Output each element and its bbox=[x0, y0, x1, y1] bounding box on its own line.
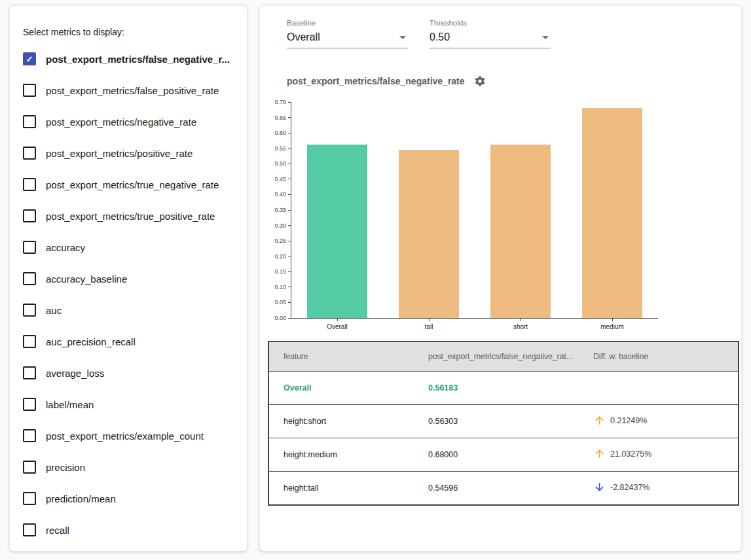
settings-gear-icon[interactable] bbox=[474, 75, 486, 87]
checkbox-icon[interactable] bbox=[23, 429, 36, 442]
y-tick-mark bbox=[288, 133, 291, 133]
metric-label: post_export_metrics/false_negative_r... bbox=[46, 54, 230, 65]
metric-label: accuracy_baseline bbox=[46, 273, 127, 285]
checkbox-icon[interactable] bbox=[23, 147, 36, 160]
feature-cell: height:short bbox=[268, 405, 414, 438]
chart-header: post_export_metrics/false_negative_rate bbox=[287, 75, 741, 88]
metric-checkbox-item[interactable]: auc bbox=[10, 294, 247, 326]
y-tick-mark bbox=[288, 117, 291, 118]
diff-content: -2.82437% bbox=[593, 481, 650, 493]
y-tick-mark bbox=[288, 210, 291, 211]
y-axis: 0.000.050.100.150.200.250.300.350.400.45… bbox=[268, 102, 291, 318]
metric-checkbox-item[interactable]: label/mean bbox=[10, 389, 247, 420]
up-arrow-icon bbox=[593, 447, 606, 460]
up-arrow-icon bbox=[593, 414, 606, 427]
bar-medium[interactable] bbox=[582, 108, 642, 318]
y-tick-label: 0.65 bbox=[274, 114, 286, 120]
checkbox-icon[interactable] bbox=[23, 335, 36, 348]
metric-checkbox-item[interactable]: accuracy_baseline bbox=[10, 263, 247, 294]
metric-label: recall bbox=[46, 525, 69, 536]
metric-checkbox-item[interactable]: post_export_metrics/example_count bbox=[10, 420, 247, 451]
feature-cell: height:medium bbox=[268, 438, 414, 472]
checkbox-icon[interactable] bbox=[23, 304, 36, 317]
bar-tall[interactable] bbox=[399, 150, 459, 318]
table-row: Overall0.56183 bbox=[268, 372, 739, 405]
metric-label: post_export_metrics/true_negative_rate bbox=[46, 179, 219, 190]
y-tick-mark bbox=[288, 164, 291, 164]
y-tick-label: 0.25 bbox=[274, 238, 286, 244]
table-row: height:medium0.6800021.03275% bbox=[268, 438, 739, 472]
x-axis: Overalltallshortmedium bbox=[291, 319, 658, 330]
diff-value: 0.21249% bbox=[610, 416, 647, 425]
header-diff: Diff. w. baseline bbox=[579, 341, 739, 372]
metrics-table: feature post_export_metrics/false_negati… bbox=[268, 341, 739, 506]
checkbox-icon[interactable] bbox=[23, 366, 36, 379]
feature-cell: Overall bbox=[268, 372, 414, 405]
checkbox-icon[interactable] bbox=[23, 178, 36, 191]
y-tick-label: 0.45 bbox=[274, 176, 286, 182]
bar-slot bbox=[291, 102, 383, 318]
bar-short[interactable] bbox=[490, 145, 551, 318]
metric-label: post_export_metrics/false_positive_rate bbox=[46, 85, 219, 96]
y-tick-label: 0.60 bbox=[274, 130, 286, 136]
metric-label: auc bbox=[46, 305, 62, 316]
baseline-dropdown-value-row[interactable]: Overall bbox=[287, 28, 408, 48]
metric-checkbox-item[interactable]: prediction/mean bbox=[10, 483, 247, 514]
metric-label: auc_precision_recall bbox=[46, 336, 136, 347]
y-tick-mark bbox=[288, 241, 291, 241]
checkbox-icon[interactable] bbox=[23, 115, 36, 128]
bar-overall[interactable] bbox=[307, 145, 367, 318]
metric-checkbox-item[interactable]: recall bbox=[10, 514, 247, 546]
bar-chart: 0.000.050.100.150.200.250.300.350.400.45… bbox=[268, 102, 741, 319]
diff-cell: -2.82437% bbox=[579, 472, 739, 506]
checkbox-icon[interactable] bbox=[23, 523, 36, 536]
metric-checkbox-item[interactable]: accuracy bbox=[10, 232, 247, 263]
thresholds-dropdown-value-row[interactable]: 0.50 bbox=[430, 28, 551, 48]
y-tick-mark bbox=[288, 225, 291, 226]
table-row: height:short0.563030.21249% bbox=[268, 405, 739, 438]
y-tick-mark bbox=[288, 256, 291, 256]
checkbox-icon[interactable] bbox=[23, 84, 36, 97]
checkbox-icon[interactable] bbox=[23, 398, 36, 411]
checkbox-icon[interactable] bbox=[23, 272, 36, 285]
metric-checkbox-item[interactable]: post_export_metrics/negative_rate bbox=[10, 106, 247, 137]
x-axis-label: Overall bbox=[291, 323, 383, 330]
thresholds-dropdown-value: 0.50 bbox=[430, 31, 450, 43]
diff-cell: 21.03275% bbox=[579, 438, 739, 472]
x-axis-label: tall bbox=[383, 323, 475, 330]
dropdown-caret-icon[interactable] bbox=[542, 36, 549, 39]
metric-label: post_export_metrics/true_positive_rate bbox=[46, 211, 215, 222]
x-slot: Overall bbox=[291, 319, 383, 330]
diff-content: 21.03275% bbox=[593, 447, 651, 460]
metric-label: label/mean bbox=[46, 399, 94, 410]
y-tick-mark bbox=[288, 102, 291, 103]
metric-label: post_export_metrics/example_count bbox=[46, 430, 204, 442]
x-tick-mark bbox=[612, 319, 613, 321]
thresholds-dropdown[interactable]: Thresholds 0.50 bbox=[430, 19, 551, 48]
dropdown-caret-icon[interactable] bbox=[399, 36, 406, 39]
metric-checkbox-item[interactable]: post_export_metrics/true_negative_rate bbox=[10, 169, 247, 200]
metric-checkbox-item[interactable]: auc_precision_recall bbox=[10, 326, 247, 357]
metric-checkbox-item[interactable]: post_export_metrics/positive_rate bbox=[10, 137, 247, 169]
checkbox-icon[interactable] bbox=[23, 241, 36, 254]
y-tick-mark bbox=[288, 194, 291, 195]
y-tick-label: 0.40 bbox=[274, 192, 286, 198]
y-tick-label: 0.10 bbox=[274, 284, 286, 290]
baseline-dropdown-value: Overall bbox=[287, 31, 320, 43]
metric-checkbox-item[interactable]: post_export_metrics/false_positive_rate bbox=[10, 75, 247, 106]
bar-slot bbox=[383, 102, 475, 318]
metric-checkbox-item[interactable]: average_loss bbox=[10, 357, 247, 389]
checkbox-checked-icon[interactable]: ✓ bbox=[23, 52, 36, 65]
y-tick-label: 0.00 bbox=[274, 315, 286, 321]
y-tick-label: 0.30 bbox=[274, 222, 286, 228]
baseline-dropdown[interactable]: Baseline Overall bbox=[287, 19, 408, 48]
metric-checkbox-item[interactable]: post_export_metrics/true_positive_rate bbox=[10, 200, 247, 232]
checkbox-icon[interactable] bbox=[23, 461, 36, 474]
metric-checkbox-item[interactable]: ✓post_export_metrics/false_negative_r... bbox=[10, 43, 247, 75]
y-tick-mark bbox=[288, 271, 291, 272]
y-tick-mark bbox=[288, 148, 291, 149]
table-row: height:tall0.54596-2.82437% bbox=[268, 472, 739, 506]
checkbox-icon[interactable] bbox=[23, 492, 36, 505]
metric-checkbox-item[interactable]: precision bbox=[10, 451, 247, 483]
checkbox-icon[interactable] bbox=[23, 209, 36, 222]
